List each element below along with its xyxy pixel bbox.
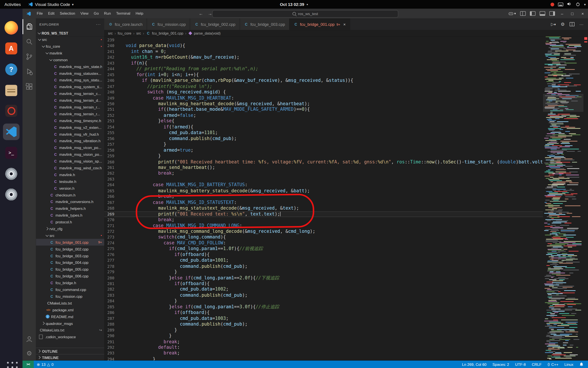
chevron-down-icon[interactable] [45,51,49,54]
clock[interactable]: Oct 13 02:39 ● [280,2,308,7]
activities-button[interactable]: Activities [0,0,25,9]
dock-screen-recorder[interactable] [3,103,20,119]
tree-item[interactable]: Cfcu_mission.cpp [36,293,104,300]
back-button[interactable]: ← [199,11,203,16]
dock-files[interactable] [3,82,20,99]
code-line[interactable]: 289 } [104,327,543,333]
code-line[interactable]: 247 //printf("Received \n"); [104,83,543,90]
tree-item[interactable]: mavlink [36,50,104,56]
code-line[interactable]: 244 // printf("Reading from serial port:… [104,66,543,72]
dock-terminal[interactable]: >_ [3,145,20,161]
more-actions-icon[interactable]: ··· [579,22,584,27]
breadcrumb-item[interactable]: src [136,31,141,35]
remote-indicator[interactable]: >< [23,360,34,368]
tree-item[interactable]: CMakeLists.txt [36,300,104,306]
tree-item[interactable]: Cfcu_bridge_002.cpp [36,246,104,252]
code-line[interactable]: 287 cmd_pub.data=1003; [104,316,543,322]
tree-item[interactable]: Cmavlink_msg_vision_sp... [36,158,104,165]
code-line[interactable]: 291 break; [104,339,543,345]
chevron-right-icon[interactable] [42,322,45,325]
tree-item[interactable]: Cmavlink.h [36,171,104,178]
code-line[interactable]: 246 if (mavlink_parse_char(chan,rbPop(&m… [104,78,543,84]
status-spaces-2[interactable]: Spaces: 2 [492,362,509,366]
tree-item[interactable]: Cmavlink_msg_statustex... [36,70,104,77]
run-button[interactable]: ▷▾ [551,22,556,27]
tree-item[interactable]: Cmavlink_msg_vibration.h [36,138,104,144]
code-line[interactable]: 273 switch(cmd_long.command){ [104,235,543,240]
tree-item[interactable]: Cmavlink_msg_terrain_r... [36,110,104,117]
status-utf-8[interactable]: UTF-8 [515,362,526,366]
tree-item[interactable]: Cmavlink_types.h [36,212,104,219]
code-line[interactable]: 245 for(int i=0; i<n; i++){ [104,72,543,78]
chevron-down-icon[interactable] [38,38,41,41]
menu-run[interactable]: Run [101,9,114,18]
close-icon[interactable]: × [343,22,346,27]
dock-app-center[interactable]: A [3,40,20,57]
code-line[interactable]: 249 case MAVLINK_MSG_ID_HEARTBEAT: [104,95,543,101]
restore-button[interactable]: □ [569,11,576,16]
tab-fcu_mission.cpp[interactable]: Cfcu_mission.cpp [147,18,190,30]
menu-view[interactable]: View [78,9,91,18]
tree-item[interactable]: Cmavlink_msg_terrain_r... [36,104,104,110]
copilot-icon[interactable]: ▾ [509,12,516,15]
tree-item[interactable]: Cmavlink_conversions.h [36,198,104,205]
code-line[interactable]: 254 if(!armed){ [104,124,543,130]
tree-item[interactable]: iREADME.md [36,313,104,320]
tree-item[interactable]: rviz_cfg [36,225,104,232]
menu-terminal[interactable]: Terminal [114,9,133,18]
code-line[interactable]: 257 } [104,142,543,147]
code-line[interactable]: 279 } [104,269,543,275]
tree-item[interactable]: Cmavlink_msg_sim_state.h [36,63,104,70]
code-line[interactable]: 263 [104,176,543,182]
code-line[interactable]: 253 }else{ [104,118,543,124]
code-line[interactable]: 285 }else if(cmd_long.param1==3.0f){//停止… [104,304,543,310]
code-line[interactable]: 242 uint16_t n=rbGetCount(&mav_buf_recei… [104,55,543,60]
activitybar-source-control[interactable] [23,49,36,64]
activitybar-accounts[interactable] [23,331,36,347]
tree-item[interactable]: Cmavlink_msg_terrain_d... [36,97,104,104]
status-c++[interactable]: {}C++ [548,362,559,366]
tree-item[interactable]: Ctestsuite.h [36,178,104,185]
tree-item[interactable]: Cfcu_bridge_006.cpp [36,273,104,279]
tree-item[interactable]: src● [36,36,104,43]
tree-item[interactable]: </>package.xml [36,306,104,313]
code-line[interactable]: 293 break; [104,350,543,356]
code-line[interactable]: 286 if(offboard){ [104,310,543,316]
tree-item[interactable]: Cmavlink_helpers.h [36,205,104,212]
command-center-search[interactable]: ros_ws_test [212,10,398,17]
code-line[interactable]: 259 } [104,153,543,159]
close-button[interactable]: × [579,11,586,16]
code-line[interactable]: 283 command.publish(cmd_pub); [104,293,543,298]
tree-item[interactable]: Cversion.h [36,185,104,192]
tab-fcu_bridge_002.cpp[interactable]: Cfcu_bridge_002.cpp [190,18,240,30]
tree-item[interactable]: .catkin_workspace [36,333,104,340]
status-linux[interactable]: Linux [564,362,573,366]
code-line[interactable]: 276 if(offboard){ [104,252,543,258]
tree-item[interactable]: Cchecksum.h [36,192,104,198]
tree-item[interactable]: Cfcu_bridge_005.cpp [36,266,104,273]
tree-item[interactable]: src● [36,232,104,239]
tree-item[interactable]: Cmavlink_msg_sys_statu... [36,77,104,83]
code-line[interactable]: 248 switch (msg_received.msgid) { [104,90,543,95]
code-line[interactable]: 251 if((heartbeat.base_mode&MAV_MODE_FLA… [104,107,543,113]
code-line[interactable]: 243 if(n){ [104,60,543,66]
code-line[interactable]: 277 cmd_pub.data=1001; [104,258,543,264]
tree-item[interactable]: Cmavlink_msg_vfr_hud.h [36,131,104,138]
workspace-section-header[interactable]: ROS_WS_TEST [36,30,104,36]
tab-fcu_bridge_001.cpp[interactable]: Cfcu_bridge_001.cpp9+× [290,18,350,30]
code-line[interactable]: 264 case MAVLINK_MSG_ID_BATTERY_STATUS: [104,182,543,188]
forward-button[interactable]: → [208,11,212,16]
tree-item[interactable]: Cfcu_bridge.h [36,279,104,286]
activitybar-manage[interactable]: ⚙ [23,346,36,361]
code-line[interactable]: 260 printf("001 Received heartbeat time:… [104,159,543,165]
tree-item[interactable]: fcu_core● [36,43,104,50]
tree-item[interactable]: Cmavlink_msg_wind_cov.h [36,165,104,171]
code-line[interactable]: 280 }else if(cmd_long.param1==2.0f){//下视… [104,275,543,281]
code-line[interactable]: 275 if(cmd_long.param1==1.0f){//前视追踪 [104,246,543,252]
code-line[interactable]: 294 } [104,356,543,360]
explorer-more-actions-icon[interactable]: ··· [96,22,101,26]
menu-go[interactable]: Go [91,9,101,18]
dock-dvd[interactable] [3,166,20,182]
timeline-section[interactable]: TIMELINE [36,354,104,360]
dock-firefox[interactable] [3,19,20,36]
